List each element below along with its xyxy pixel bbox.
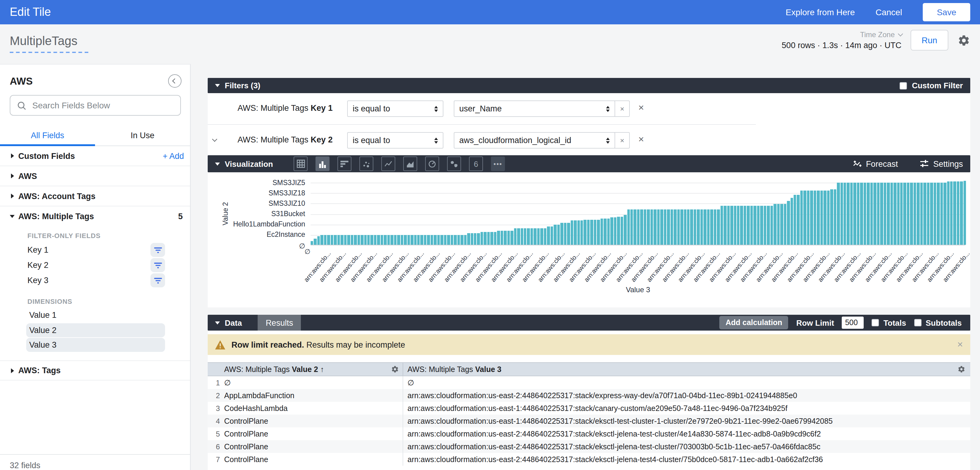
viz-pie-chart-icon[interactable] [425,156,439,171]
viz-row-chart-icon[interactable] [337,156,352,171]
filters-header-bar[interactable]: Filters (3) Custom Filter [208,78,970,93]
viz-more-icon[interactable]: ••• [491,156,505,171]
subtotals-checkbox[interactable] [914,319,921,326]
explore-from-here-link[interactable]: Explore from Here [786,7,855,17]
viz-line-chart-icon[interactable] [381,156,395,171]
sidebar-item-custom-fields[interactable]: Custom Fields + Add [0,146,190,166]
chart-bar [807,190,810,245]
custom-filter-checkbox[interactable] [900,82,907,89]
subtotals-toggle[interactable]: Subtotals [914,318,962,327]
cell-value-3[interactable]: arn:aws:cloudformation:us-east-2:4486402… [402,440,970,453]
field-value-3[interactable]: Value 3 [26,338,165,352]
chart-bar [934,183,936,245]
save-button[interactable]: Save [923,3,970,21]
column-header-value-2[interactable]: AWS: Multiple Tags Value 2 ↑ [208,363,402,376]
chart-bar [637,209,640,245]
clear-filter-value-button[interactable]: × [614,100,630,117]
table-row[interactable]: 4ControlPlanearn:aws:cloudformation:us-e… [208,414,970,427]
filter-operator-select[interactable]: is equal to [347,132,444,149]
field-value-2[interactable]: Value 2 [26,323,165,337]
filter-only-fields-label: FILTER-ONLY FIELDS [27,232,190,239]
chart-bar [417,235,420,245]
cell-value-3[interactable]: arn:aws:cloudformation:us-east-1:4486402… [402,402,970,414]
viz-scatter-icon[interactable] [360,156,373,171]
viz-single-value-icon[interactable]: 6 [469,156,483,171]
table-row[interactable]: 3CodeHashLambdaarn:aws:cloudformation:us… [208,402,970,414]
chart-bar [414,235,417,245]
column-gear-icon[interactable] [958,365,966,373]
column-gear-icon[interactable] [391,365,399,373]
search-input[interactable]: Search Fields Below [10,95,181,116]
cell-value-2[interactable]: AppLambdaFunction [220,391,402,400]
field-key-2[interactable]: Key 2 [0,257,190,273]
table-row[interactable]: 7ControlPlanearn:aws:cloudformation:us-e… [208,453,970,466]
cell-value-2[interactable]: CodeHashLambda [220,404,402,413]
filter-value-select[interactable]: user_Name [454,100,615,117]
chart-bar [541,228,543,245]
active-tab-underline [0,144,95,146]
query-settings-gear-icon[interactable] [958,34,970,46]
chart-bar [657,209,660,245]
sidebar-item-aws[interactable]: AWS [0,166,190,186]
expand-filter-icon[interactable] [212,137,217,142]
tab-in-use[interactable]: In Use [95,125,190,146]
cell-value-3[interactable]: ∅ [402,376,970,389]
cell-value-3[interactable]: arn:aws:cloudformation:us-east-2:4486402… [402,453,970,466]
cell-value-2[interactable]: ControlPlane [220,442,402,451]
column-header-value-3[interactable]: AWS: Multiple Tags Value 3 [402,363,970,376]
cell-value-2[interactable]: ControlPlane [220,430,402,438]
timezone-dropdown[interactable]: Time Zone [860,30,901,39]
chart-bar [790,198,793,245]
cell-value-2[interactable]: ∅ [220,378,402,387]
data-header-bar[interactable]: Data Results Add calculation Row Limit T… [208,315,970,330]
table-row[interactable]: 2AppLambdaFunctionarn:aws:cloudformation… [208,389,970,402]
field-value-1[interactable]: Value 1 [26,308,165,322]
viz-area-chart-icon[interactable] [403,156,417,171]
sidebar-item-aws-multiple-tags[interactable]: AWS: Multiple Tags 5 [0,206,190,227]
totals-toggle[interactable]: Totals [872,318,906,327]
custom-filter-toggle[interactable]: Custom Filter [900,81,963,90]
run-button[interactable]: Run [910,30,948,51]
remove-filter-button[interactable]: × [638,102,644,113]
filter-value-select[interactable]: aws_cloudformation_logical_id [454,132,615,149]
row-limit-input[interactable] [842,317,864,329]
tab-all-fields[interactable]: All Fields [0,125,95,146]
cell-value-3[interactable]: arn:aws:cloudformation:us-east-2:4486402… [402,427,970,440]
chart-bar [427,235,430,245]
forecast-button[interactable]: Forecast [853,159,898,168]
tab-results[interactable]: Results [258,315,301,330]
clear-filter-value-button[interactable]: × [614,132,630,149]
cell-value-3[interactable]: arn:aws:cloudformation:us-east-2:4486402… [402,389,970,402]
table-row[interactable]: 6ControlPlanearn:aws:cloudformation:us-e… [208,440,970,453]
sidebar-item-aws-tags[interactable]: AWS: Tags [0,360,190,381]
viz-table-icon[interactable] [294,156,308,171]
cancel-button[interactable]: Cancel [875,7,902,17]
cell-value-2[interactable]: ControlPlane [220,455,402,464]
cell-value-2[interactable]: ControlPlane [220,417,402,425]
filter-icon[interactable] [150,258,165,272]
viz-settings-button[interactable]: Settings [920,159,963,168]
collapse-sidebar-button[interactable] [168,74,181,88]
filter-icon[interactable] [150,273,165,287]
viz-bar-chart-icon[interactable] [315,156,329,171]
totals-checkbox[interactable] [872,319,879,326]
table-row[interactable]: 1∅∅ [208,376,970,389]
add-custom-field-button[interactable]: + Add [162,151,184,160]
field-key-3[interactable]: Key 3 [0,273,190,288]
field-key-1[interactable]: Key 1 [0,242,190,257]
cell-value-3[interactable]: arn:aws:cloudformation:us-east-1:4486402… [402,414,970,427]
chart-bar [601,219,603,245]
chart-bar [590,220,593,245]
chart-bar [324,235,327,245]
filter-icon[interactable] [150,243,165,257]
viz-map-icon[interactable] [447,156,461,171]
visualization-header-bar[interactable]: Visualization 6 ••• Forecast [208,155,970,172]
table-row[interactable]: 5ControlPlanearn:aws:cloudformation:us-e… [208,427,970,440]
query-title[interactable]: MultipleTags [10,34,88,53]
chart-bar [840,183,843,245]
remove-filter-button[interactable]: × [638,134,644,145]
filter-operator-select[interactable]: is equal to [347,100,444,117]
close-warning-icon[interactable]: × [957,339,963,350]
add-calculation-button[interactable]: Add calculation [720,316,788,329]
sidebar-item-aws-account-tags[interactable]: AWS: Account Tags [0,186,190,206]
